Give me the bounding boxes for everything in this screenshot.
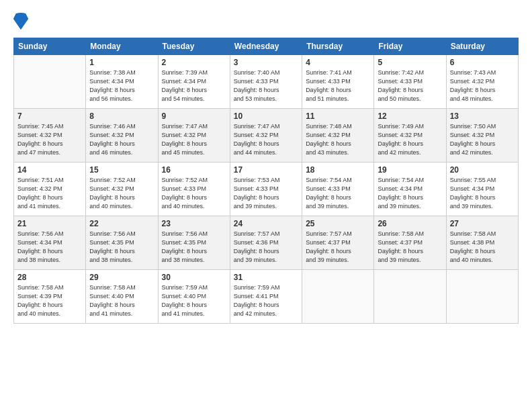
calendar-cell: 8Sunrise: 7:46 AM Sunset: 4:32 PM Daylig… (86, 109, 158, 163)
day-info: Sunrise: 7:39 AM Sunset: 4:34 PM Dayligh… (162, 68, 226, 103)
day-info: Sunrise: 7:40 AM Sunset: 4:33 PM Dayligh… (234, 68, 298, 103)
day-info: Sunrise: 7:46 AM Sunset: 4:32 PM Dayligh… (89, 122, 154, 157)
calendar-cell: 31Sunrise: 7:59 AM Sunset: 4:41 PM Dayli… (230, 270, 302, 324)
page: SundayMondayTuesdayWednesdayThursdayFrid… (0, 0, 532, 411)
day-number: 23 (162, 219, 226, 228)
day-info: Sunrise: 7:48 AM Sunset: 4:32 PM Dayligh… (306, 122, 370, 157)
day-number: 27 (450, 219, 515, 228)
calendar-week-1: 1Sunrise: 7:38 AM Sunset: 4:34 PM Daylig… (14, 55, 519, 109)
calendar-cell: 30Sunrise: 7:59 AM Sunset: 4:40 PM Dayli… (158, 270, 230, 324)
weekday-header-sunday: Sunday (14, 38, 86, 55)
calendar-cell (302, 270, 374, 324)
calendar-cell: 29Sunrise: 7:58 AM Sunset: 4:40 PM Dayli… (86, 270, 158, 324)
calendar-cell: 21Sunrise: 7:56 AM Sunset: 4:34 PM Dayli… (14, 216, 86, 270)
calendar-cell: 3Sunrise: 7:40 AM Sunset: 4:33 PM Daylig… (230, 55, 302, 109)
day-number: 24 (234, 219, 298, 228)
day-info: Sunrise: 7:57 AM Sunset: 4:37 PM Dayligh… (306, 230, 370, 265)
day-info: Sunrise: 7:58 AM Sunset: 4:37 PM Dayligh… (378, 230, 442, 265)
calendar-cell: 23Sunrise: 7:56 AM Sunset: 4:35 PM Dayli… (158, 216, 230, 270)
calendar-cell: 28Sunrise: 7:58 AM Sunset: 4:39 PM Dayli… (14, 270, 86, 324)
day-info: Sunrise: 7:58 AM Sunset: 4:40 PM Dayligh… (89, 283, 154, 318)
day-info: Sunrise: 7:47 AM Sunset: 4:32 PM Dayligh… (234, 122, 298, 157)
day-number: 11 (306, 111, 370, 121)
day-number: 22 (89, 219, 154, 228)
day-info: Sunrise: 7:38 AM Sunset: 4:34 PM Dayligh… (89, 68, 154, 103)
day-info: Sunrise: 7:56 AM Sunset: 4:35 PM Dayligh… (162, 230, 226, 265)
day-info: Sunrise: 7:52 AM Sunset: 4:33 PM Dayligh… (162, 176, 226, 211)
day-info: Sunrise: 7:57 AM Sunset: 4:36 PM Dayligh… (234, 230, 298, 265)
weekday-header-wednesday: Wednesday (230, 38, 302, 55)
day-info: Sunrise: 7:58 AM Sunset: 4:38 PM Dayligh… (450, 230, 515, 265)
calendar-cell: 10Sunrise: 7:47 AM Sunset: 4:32 PM Dayli… (230, 109, 302, 163)
day-info: Sunrise: 7:50 AM Sunset: 4:32 PM Dayligh… (450, 122, 515, 157)
day-number: 1 (89, 58, 154, 67)
day-info: Sunrise: 7:51 AM Sunset: 4:32 PM Dayligh… (17, 176, 82, 211)
day-number: 3 (234, 58, 298, 67)
weekday-header-thursday: Thursday (302, 38, 374, 55)
calendar-cell (374, 270, 446, 324)
calendar-week-4: 21Sunrise: 7:56 AM Sunset: 4:34 PM Dayli… (14, 216, 519, 270)
calendar-cell: 16Sunrise: 7:52 AM Sunset: 4:33 PM Dayli… (158, 163, 230, 216)
weekday-header-saturday: Saturday (446, 38, 518, 55)
calendar-cell (14, 55, 86, 109)
day-number: 8 (89, 111, 154, 121)
calendar-week-2: 7Sunrise: 7:45 AM Sunset: 4:32 PM Daylig… (14, 109, 519, 163)
day-info: Sunrise: 7:47 AM Sunset: 4:32 PM Dayligh… (162, 122, 226, 157)
day-info: Sunrise: 7:41 AM Sunset: 4:33 PM Dayligh… (306, 68, 370, 103)
logo-icon (13, 12, 28, 31)
weekday-header-friday: Friday (374, 38, 446, 55)
day-number: 29 (89, 273, 154, 282)
calendar-cell: 14Sunrise: 7:51 AM Sunset: 4:32 PM Dayli… (14, 163, 86, 216)
day-info: Sunrise: 7:45 AM Sunset: 4:32 PM Dayligh… (17, 122, 82, 157)
day-number: 26 (378, 219, 442, 228)
logo (13, 12, 31, 31)
weekday-header-monday: Monday (86, 38, 158, 55)
calendar-cell: 22Sunrise: 7:56 AM Sunset: 4:35 PM Dayli… (86, 216, 158, 270)
calendar-cell: 15Sunrise: 7:52 AM Sunset: 4:32 PM Dayli… (86, 163, 158, 216)
day-number: 16 (162, 165, 226, 175)
calendar-cell: 17Sunrise: 7:53 AM Sunset: 4:33 PM Dayli… (230, 163, 302, 216)
calendar-cell: 20Sunrise: 7:55 AM Sunset: 4:34 PM Dayli… (446, 163, 518, 216)
calendar-cell: 27Sunrise: 7:58 AM Sunset: 4:38 PM Dayli… (446, 216, 518, 270)
calendar-cell: 19Sunrise: 7:54 AM Sunset: 4:34 PM Dayli… (374, 163, 446, 216)
day-number: 13 (450, 111, 515, 121)
day-info: Sunrise: 7:59 AM Sunset: 4:40 PM Dayligh… (162, 283, 226, 318)
day-number: 15 (89, 165, 154, 175)
day-number: 9 (162, 111, 226, 121)
day-info: Sunrise: 7:49 AM Sunset: 4:32 PM Dayligh… (378, 122, 442, 157)
day-number: 6 (450, 58, 515, 67)
day-number: 18 (306, 165, 370, 175)
day-info: Sunrise: 7:42 AM Sunset: 4:33 PM Dayligh… (378, 68, 442, 103)
day-number: 5 (378, 58, 442, 67)
day-info: Sunrise: 7:59 AM Sunset: 4:41 PM Dayligh… (234, 283, 298, 318)
calendar-week-5: 28Sunrise: 7:58 AM Sunset: 4:39 PM Dayli… (14, 270, 519, 324)
day-number: 28 (17, 273, 82, 282)
calendar-cell: 7Sunrise: 7:45 AM Sunset: 4:32 PM Daylig… (14, 109, 86, 163)
calendar-cell: 12Sunrise: 7:49 AM Sunset: 4:32 PM Dayli… (374, 109, 446, 163)
day-info: Sunrise: 7:56 AM Sunset: 4:35 PM Dayligh… (89, 230, 154, 265)
day-info: Sunrise: 7:58 AM Sunset: 4:39 PM Dayligh… (17, 283, 82, 318)
weekday-header-row: SundayMondayTuesdayWednesdayThursdayFrid… (14, 38, 519, 55)
day-info: Sunrise: 7:56 AM Sunset: 4:34 PM Dayligh… (17, 230, 82, 265)
calendar-cell: 25Sunrise: 7:57 AM Sunset: 4:37 PM Dayli… (302, 216, 374, 270)
day-info: Sunrise: 7:54 AM Sunset: 4:33 PM Dayligh… (306, 176, 370, 211)
day-number: 2 (162, 58, 226, 67)
day-number: 20 (450, 165, 515, 175)
day-number: 30 (162, 273, 226, 282)
day-number: 21 (17, 219, 82, 228)
day-number: 31 (234, 273, 298, 282)
day-info: Sunrise: 7:53 AM Sunset: 4:33 PM Dayligh… (234, 176, 298, 211)
day-number: 25 (306, 219, 370, 228)
day-number: 10 (234, 111, 298, 121)
day-number: 17 (234, 165, 298, 175)
calendar-cell: 1Sunrise: 7:38 AM Sunset: 4:34 PM Daylig… (86, 55, 158, 109)
weekday-header-tuesday: Tuesday (158, 38, 230, 55)
calendar: SundayMondayTuesdayWednesdayThursdayFrid… (13, 38, 519, 324)
calendar-cell: 5Sunrise: 7:42 AM Sunset: 4:33 PM Daylig… (374, 55, 446, 109)
day-info: Sunrise: 7:43 AM Sunset: 4:32 PM Dayligh… (450, 68, 515, 103)
day-info: Sunrise: 7:55 AM Sunset: 4:34 PM Dayligh… (450, 176, 515, 211)
day-number: 12 (378, 111, 442, 121)
calendar-cell (446, 270, 518, 324)
calendar-cell: 2Sunrise: 7:39 AM Sunset: 4:34 PM Daylig… (158, 55, 230, 109)
calendar-cell: 24Sunrise: 7:57 AM Sunset: 4:36 PM Dayli… (230, 216, 302, 270)
